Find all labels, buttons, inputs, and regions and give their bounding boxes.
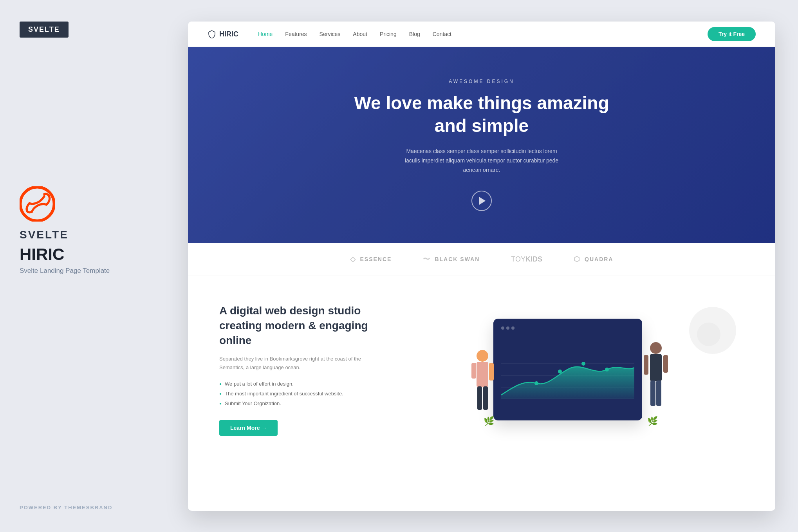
toykids-name: toykids: [511, 255, 542, 263]
hero-section: AWESOME DESIGN We love make things amazi…: [188, 47, 775, 243]
chart-point-3: [581, 362, 585, 366]
browser-mockup: HIRIC Home Features Services About Prici…: [188, 22, 775, 511]
person-right: [638, 340, 673, 422]
dashboard-screen: [493, 319, 642, 420]
sidebar: SVELTE SVELTE HIRIC Svelte Landing Page …: [0, 0, 180, 532]
nav-contact[interactable]: Contact: [433, 31, 451, 37]
features-list: We put a lot of effort in design. The mo…: [219, 381, 368, 406]
hero-subtitle: AWESOME DESIGN: [449, 79, 515, 84]
svg-rect-9: [471, 363, 476, 379]
try-free-button[interactable]: Try it Free: [708, 27, 756, 41]
svg-rect-10: [489, 363, 494, 381]
svg-rect-14: [656, 381, 661, 406]
learn-more-label: Learn More →: [230, 425, 267, 431]
svg-rect-12: [650, 354, 662, 381]
nav-blog[interactable]: Blog: [409, 31, 420, 37]
svelte-badge: SVELTE: [20, 22, 69, 38]
svg-point-0: [20, 187, 54, 221]
svg-rect-16: [663, 355, 668, 373]
deco-circle-2: [697, 323, 720, 346]
navbar: HIRIC Home Features Services About Prici…: [188, 22, 775, 47]
blackswan-icon: 〜: [423, 254, 431, 264]
chart-area-fill: [501, 367, 634, 399]
svg-rect-13: [650, 381, 655, 406]
plant-left: 🌿: [484, 416, 494, 426]
list-item: The most important ingredient of success…: [219, 391, 368, 397]
features-title: A digital web design studio creating mod…: [219, 303, 368, 348]
clients-bar: ◇ ESSENCE 〜 BLACK SWAN toykids ⬡ QUADRA: [188, 243, 775, 276]
client-quadra: ⬡ QUADRA: [574, 255, 613, 263]
blackswan-name: BLACK SWAN: [435, 256, 480, 262]
hiric-name: HIRIC: [20, 245, 64, 264]
nav-features[interactable]: Features: [285, 31, 307, 37]
svelte-name: SVELTE: [20, 229, 69, 241]
features-desc: Separated they live in Bookmarksgrove ri…: [219, 355, 368, 372]
person-left: [466, 348, 499, 422]
play-button[interactable]: [471, 191, 492, 211]
chart-point-2: [558, 370, 562, 373]
client-toykids: toykids: [511, 255, 542, 263]
plant-right: 🌿: [647, 416, 658, 426]
svelte-logo-icon: [20, 186, 55, 222]
nav-about[interactable]: About: [353, 31, 367, 37]
svelte-logo-area: SVELTE HIRIC Svelte Landing Page Templat…: [20, 186, 161, 306]
list-item: We put a lot of effort in design.: [219, 381, 368, 387]
nav-pricing[interactable]: Pricing: [380, 31, 397, 37]
features-text: A digital web design studio creating mod…: [219, 303, 368, 436]
screen-container: 🌿 🌿: [493, 319, 642, 420]
svg-point-5: [477, 350, 488, 362]
features-section: A digital web design studio creating mod…: [188, 276, 775, 463]
dot-3: [511, 326, 515, 330]
learn-more-button[interactable]: Learn More →: [219, 420, 278, 436]
svg-rect-8: [483, 386, 488, 410]
nav-home[interactable]: Home: [258, 31, 273, 37]
powered-by: POWERED BY THEMESBRAND: [20, 505, 112, 510]
list-item: Submit Your Orgnization.: [219, 400, 368, 406]
essence-icon: ◇: [350, 255, 356, 263]
hero-title: We love make things amazing and simple: [345, 92, 619, 137]
chart-point-1: [534, 381, 538, 385]
dashboard-illustration: 🌿 🌿: [392, 319, 744, 420]
essence-name: ESSENCE: [360, 256, 392, 262]
template-description: Svelte Landing Page Template: [20, 267, 110, 275]
quadra-icon: ⬡: [574, 255, 581, 263]
nav-links: Home Features Services About Pricing Blo…: [258, 31, 708, 37]
dot-2: [506, 326, 509, 330]
hero-description: Maecenas class semper class semper solli…: [399, 147, 564, 175]
svg-rect-6: [477, 362, 488, 387]
chart-point-4: [605, 368, 609, 371]
svg-rect-7: [477, 386, 482, 410]
svg-rect-15: [644, 355, 648, 375]
window-controls: [501, 326, 634, 330]
brand-name: HIRIC: [219, 30, 238, 38]
nav-services[interactable]: Services: [320, 31, 341, 37]
dot-1: [501, 326, 504, 330]
client-blackswan: 〜 BLACK SWAN: [423, 254, 480, 264]
client-essence: ◇ ESSENCE: [350, 255, 392, 263]
chart-svg: [501, 334, 634, 420]
quadra-name: QUADRA: [585, 256, 613, 262]
shield-icon: [208, 30, 216, 38]
svg-point-11: [650, 342, 662, 354]
nav-logo: HIRIC: [208, 30, 238, 38]
